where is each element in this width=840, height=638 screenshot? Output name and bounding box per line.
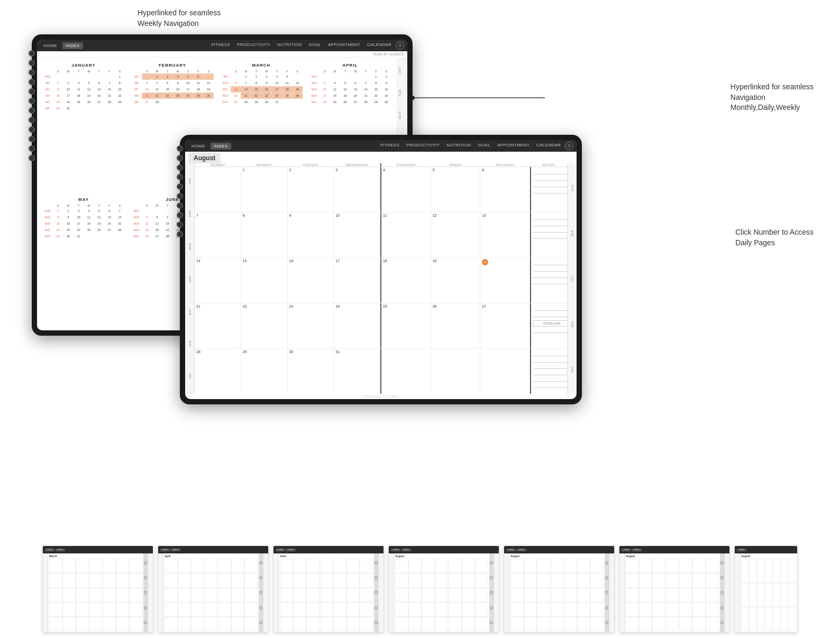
thumb-header-7: HOME — [735, 546, 797, 553]
spiral-ring — [177, 155, 183, 161]
thumb-header-2: HOME INDEX — [158, 546, 268, 553]
january-grid: SMTWTFS W53 1 W1 2345678 W2 910111213141… — [42, 69, 125, 112]
thumb-content-4: August — [389, 553, 499, 632]
goal-btn-2[interactable]: GOAL — [476, 142, 493, 150]
thumbnail-5: HOME INDEX August — [504, 545, 615, 633]
day-cell[interactable]: 31 — [334, 349, 380, 394]
day-cell[interactable]: 2 — [288, 167, 334, 212]
right-col-headers: THURSDAY FRIDAY SATURDAY NOTES — [381, 163, 567, 167]
annotation-monthly-nav: Hyperlinked for seamless Navigation Mont… — [731, 82, 814, 113]
spiral-ring — [177, 145, 183, 152]
thumb-grid — [49, 559, 142, 631]
goal-btn[interactable]: GOAL — [306, 41, 324, 50]
day-cell[interactable]: 28 — [195, 349, 241, 394]
day-cell[interactable]: 26 — [431, 303, 481, 348]
day-cell[interactable]: 30 — [288, 349, 334, 394]
thumb-spiral-6 — [720, 553, 724, 632]
monthly-content: JAN FEB MAR APR MAY JUN JUL SUNDAY MONDA… — [185, 163, 577, 394]
thumbnail-4: HOME INDEX August — [388, 545, 499, 633]
notes-column — [530, 212, 572, 257]
appointment-btn[interactable]: APPOINTMENT — [325, 41, 363, 50]
day-cell[interactable] — [195, 167, 241, 212]
right-nav: FITNESS PRODUCTIVITY NUTRITION GOAL APPO… — [208, 41, 404, 50]
calendar-btn[interactable]: CALENDAR — [364, 41, 394, 50]
day-cell[interactable]: 23 — [288, 303, 334, 348]
spiral-ring — [177, 164, 183, 171]
left-week-5: 28 29 30 31 — [195, 349, 381, 394]
day-cell[interactable]: 21 — [195, 303, 241, 348]
tablet2-screen: HOME INDEX FITNESS PRODUCTIVITY NUTRITIO… — [185, 140, 577, 399]
home-btn-2[interactable]: HOME — [188, 143, 208, 150]
to-do-button[interactable]: TO DO LIST — [533, 320, 570, 327]
index-btn[interactable]: INDEX — [62, 42, 83, 49]
week-row-3: 14 15 16 17 18 19 20 — [195, 258, 567, 303]
day-cell[interactable]: 12 — [431, 212, 481, 257]
day-cell[interactable]: 14 — [195, 258, 241, 303]
day-cell[interactable]: 11 — [381, 212, 431, 257]
nutrition-btn[interactable]: NUTRITION — [275, 41, 304, 50]
thumbnail-3: HOME INDEX June — [273, 545, 384, 633]
thumb-grid-6 — [626, 559, 719, 631]
april-grid: SMTWTFS W13 12 W14 3456789 W15 101112131… — [309, 69, 391, 105]
right-nav-2: FITNESS PRODUCTIVITY NUTRITION GOAL APPO… — [378, 142, 573, 150]
right-week-2: 11 12 13 — [381, 212, 567, 257]
tablet-monthly: HOME INDEX FITNESS PRODUCTIVITY NUTRITIO… — [180, 135, 582, 404]
home-btn[interactable]: HOME — [40, 42, 60, 49]
fitness-btn[interactable]: FITNESS — [208, 41, 233, 50]
day-cell[interactable]: 15 — [241, 258, 288, 303]
day-cell[interactable]: 29 — [241, 349, 288, 394]
day-cell[interactable] — [431, 349, 481, 394]
day-cell[interactable]: 25 — [381, 303, 431, 348]
week-row-4: 21 22 23 24 25 26 27 — [195, 303, 567, 349]
fitness-btn-2[interactable]: FITNESS — [378, 142, 402, 150]
day-cell[interactable]: 8 — [241, 212, 288, 257]
day-cell[interactable]: 3 — [334, 167, 380, 212]
day-cell[interactable]: 17 — [334, 258, 380, 303]
thumb-spiral — [143, 553, 148, 632]
spiral-ring — [29, 79, 35, 85]
appointment-btn-2[interactable]: APPOINTMENT — [495, 142, 532, 150]
spiral-ring — [29, 98, 35, 104]
day-cell[interactable]: 27 — [480, 303, 530, 348]
thumb-spiral-5 — [605, 553, 609, 632]
day-cell[interactable] — [381, 349, 431, 394]
day-cell[interactable] — [480, 349, 530, 394]
day-cell[interactable]: 10 — [334, 212, 380, 257]
day-cell[interactable]: 24 — [334, 303, 380, 348]
thumb-header: HOME INDEX — [43, 546, 153, 553]
day-cell[interactable]: 4 — [381, 167, 431, 212]
productivity-btn-2[interactable]: PRODUCTIVITY — [404, 142, 442, 150]
annotation-daily-pages: Click Number to Access Daily Pages — [735, 227, 814, 248]
thumbnail-7: HOME August — [734, 545, 798, 633]
left-sidebar: JAN FEB MAR APR MAY JUN JUL — [185, 163, 195, 394]
day-cell[interactable]: 6 — [480, 167, 530, 212]
day-cell[interactable]: 5 — [431, 167, 481, 212]
day-cell[interactable]: 22 — [241, 303, 288, 348]
calendar-btn-2[interactable]: CALENDAR — [534, 142, 563, 150]
spiral-ring — [177, 202, 183, 209]
day-cell[interactable]: 1 — [241, 167, 288, 212]
day-cell[interactable]: 13 — [480, 212, 530, 257]
thumbnail-1: HOME INDEX March — [42, 545, 153, 633]
watermark: © Digital Planner STAY NIMBLE — [185, 394, 577, 399]
may-grid: SMTWTFS W18 1234567 W19 891011121314 W20… — [42, 204, 125, 239]
settings-icon-2[interactable]: ⚙ — [565, 142, 573, 150]
thumbnails-row: HOME INDEX March — [0, 545, 840, 633]
day-cell[interactable]: 20 — [480, 258, 530, 303]
day-cell[interactable]: 18 — [381, 258, 431, 303]
left-week-2: 7 8 9 10 — [195, 212, 381, 257]
index-btn-2[interactable]: INDEX — [211, 143, 231, 150]
thumb-spiral-3 — [374, 553, 378, 632]
productivity-btn[interactable]: PRODUCTIVITY — [234, 41, 273, 50]
settings-icon[interactable]: ⚙ — [396, 41, 404, 50]
day-cell[interactable]: 7 — [195, 212, 241, 257]
tablet1-nav-bar: HOME INDEX FITNESS PRODUCTIVITY NUTRITIO… — [37, 40, 407, 51]
thumb-spiral-2 — [259, 553, 263, 632]
annotation-weekly-nav: Hyperlinked for seamless Weekly Navigati… — [138, 8, 221, 29]
nutrition-btn-2[interactable]: NUTRITION — [444, 142, 473, 150]
day-cell[interactable]: 19 — [431, 258, 481, 303]
day-cell[interactable]: 16 — [288, 258, 334, 303]
main-container: Hyperlinked for seamless Weekly Navigati… — [0, 0, 840, 638]
spiral-ring — [29, 88, 35, 95]
day-cell[interactable]: 9 — [288, 212, 334, 257]
